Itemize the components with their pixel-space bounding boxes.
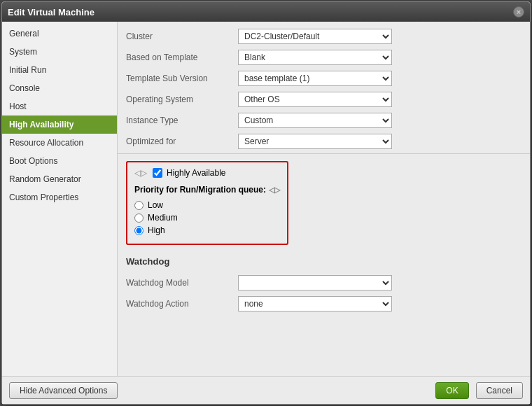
footer-buttons: OK Cancel xyxy=(435,382,523,399)
dialog-titlebar: Edit Virtual Machine × xyxy=(2,2,530,22)
edit-vm-dialog: Edit Virtual Machine × General System In… xyxy=(1,1,531,405)
sidebar-item-system[interactable]: System xyxy=(2,43,117,61)
template-sub-version-control: base template (1) xyxy=(238,71,522,86)
highly-available-label: Highly Available xyxy=(167,168,226,178)
ok-button[interactable]: OK xyxy=(435,382,468,399)
sidebar-item-random-generator[interactable]: Random Generator xyxy=(2,170,117,188)
based-on-template-select[interactable]: Blank xyxy=(238,50,392,65)
cluster-select[interactable]: DC2-Cluster/Default xyxy=(238,29,392,44)
cluster-row: Cluster DC2-Cluster/Default xyxy=(126,26,522,47)
close-button[interactable]: × xyxy=(513,6,524,18)
ha-arrows-icon: ◁▷ xyxy=(134,168,147,178)
instance-type-control: Custom xyxy=(238,113,522,128)
dialog-footer: Hide Advanced Options OK Cancel xyxy=(2,376,530,404)
dialog-title: Edit Virtual Machine xyxy=(8,7,94,18)
dialog-body: General System Initial Run Console Host … xyxy=(2,22,530,376)
hide-advanced-button[interactable]: Hide Advanced Options xyxy=(9,382,118,399)
sidebar-item-resource-allocation[interactable]: Resource Allocation xyxy=(2,134,117,152)
priority-low-radio[interactable] xyxy=(134,201,144,210)
based-on-template-control: Blank xyxy=(238,50,522,65)
sidebar-item-console[interactable]: Console xyxy=(2,79,117,97)
sidebar-item-custom-properties[interactable]: Custom Properties xyxy=(2,188,117,206)
instance-type-select[interactable]: Custom xyxy=(238,113,392,128)
watchdog-section: Watchdog Watchdog Model Watchdog Action xyxy=(126,253,522,321)
optimized-for-row: Optimized for Server xyxy=(126,131,522,152)
ha-box: ◁▷ Highly Available Priority for Run/Mig… xyxy=(126,161,288,245)
watchdog-model-label: Watchdog Model xyxy=(126,278,238,288)
priority-help-icon: ◁▷ xyxy=(269,186,280,195)
priority-high-label: High xyxy=(148,225,165,235)
main-content: Cluster DC2-Cluster/Default Based on Tem… xyxy=(118,22,530,376)
sidebar: General System Initial Run Console Host … xyxy=(2,22,118,376)
based-on-template-row: Based on Template Blank xyxy=(126,47,522,68)
template-sub-version-select[interactable]: base template (1) xyxy=(238,71,392,86)
priority-medium-row: Medium xyxy=(134,213,280,223)
watchdog-action-row: Watchdog Action none xyxy=(126,293,513,314)
top-form: Cluster DC2-Cluster/Default Based on Tem… xyxy=(118,22,530,154)
cancel-button[interactable]: Cancel xyxy=(476,382,523,399)
highly-available-checkbox[interactable] xyxy=(153,168,162,178)
priority-high-row: High xyxy=(134,225,280,235)
watchdog-model-select[interactable] xyxy=(238,275,392,290)
watchdog-title: Watchdog xyxy=(126,256,513,267)
sidebar-item-general[interactable]: General xyxy=(2,24,117,43)
priority-low-label: Low xyxy=(148,200,163,210)
watchdog-model-row: Watchdog Model xyxy=(126,272,513,293)
template-sub-version-label: Template Sub Version xyxy=(126,74,238,83)
instance-type-row: Instance Type Custom xyxy=(126,110,522,131)
optimized-for-select[interactable]: Server xyxy=(238,134,392,149)
ha-checkbox-row: ◁▷ Highly Available xyxy=(134,168,280,178)
watchdog-action-select[interactable]: none xyxy=(238,296,392,312)
watchdog-action-control: none xyxy=(238,296,513,312)
sidebar-item-high-availability[interactable]: High Availability xyxy=(2,115,117,134)
sidebar-item-host[interactable]: Host xyxy=(2,97,117,115)
instance-type-label: Instance Type xyxy=(126,115,238,125)
os-row: Operating System Other OS xyxy=(126,89,522,110)
template-sub-version-row: Template Sub Version base template (1) xyxy=(126,68,522,89)
ha-section: ◁▷ Highly Available Priority for Run/Mig… xyxy=(118,154,530,328)
optimized-for-control: Server xyxy=(238,134,522,149)
optimized-for-label: Optimized for xyxy=(126,136,238,146)
cluster-control: DC2-Cluster/Default xyxy=(238,29,522,44)
watchdog-action-label: Watchdog Action xyxy=(126,299,238,309)
cluster-label: Cluster xyxy=(126,31,238,41)
sidebar-item-initial-run[interactable]: Initial Run xyxy=(2,61,117,79)
priority-medium-radio[interactable] xyxy=(134,214,144,223)
watchdog-model-control xyxy=(238,275,513,290)
os-select[interactable]: Other OS xyxy=(238,92,392,107)
priority-high-radio[interactable] xyxy=(134,226,144,235)
priority-label: Priority for Run/Migration queue: ◁▷ xyxy=(134,185,280,195)
priority-low-row: Low xyxy=(134,200,280,210)
sidebar-item-boot-options[interactable]: Boot Options xyxy=(2,152,117,170)
based-on-template-label: Based on Template xyxy=(126,52,238,62)
priority-medium-label: Medium xyxy=(148,213,178,223)
os-control: Other OS xyxy=(238,92,522,107)
os-label: Operating System xyxy=(126,94,238,104)
